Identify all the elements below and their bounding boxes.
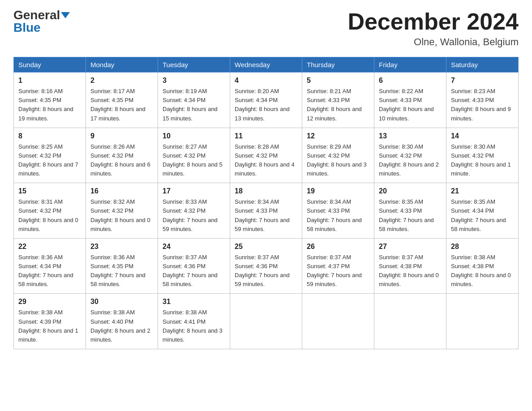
location-title: Olne, Wallonia, Belgium bbox=[348, 36, 519, 48]
day-number: 15 bbox=[18, 186, 81, 197]
weekday-header-sunday: Sunday bbox=[14, 57, 86, 73]
calendar-cell: 22Sunrise: 8:36 AMSunset: 4:34 PMDayligh… bbox=[14, 238, 86, 294]
calendar-cell bbox=[230, 294, 302, 349]
day-number: 8 bbox=[18, 131, 81, 141]
day-number: 16 bbox=[90, 186, 153, 197]
day-info: Sunrise: 8:20 AMSunset: 4:34 PMDaylight:… bbox=[235, 88, 290, 121]
day-info: Sunrise: 8:30 AMSunset: 4:32 PMDaylight:… bbox=[451, 143, 511, 177]
calendar-cell: 4Sunrise: 8:20 AMSunset: 4:34 PMDaylight… bbox=[230, 73, 302, 128]
calendar-table: SundayMondayTuesdayWednesdayThursdayFrid… bbox=[13, 57, 519, 349]
calendar-cell: 13Sunrise: 8:30 AMSunset: 4:32 PMDayligh… bbox=[374, 128, 446, 183]
weekday-header-monday: Monday bbox=[86, 57, 158, 73]
day-number: 27 bbox=[379, 241, 442, 252]
day-number: 7 bbox=[451, 75, 514, 86]
calendar-cell: 10Sunrise: 8:27 AMSunset: 4:32 PMDayligh… bbox=[158, 128, 230, 183]
month-title: December 2024 bbox=[348, 9, 519, 34]
logo-general: General bbox=[13, 9, 60, 21]
day-number: 20 bbox=[379, 186, 442, 197]
calendar-cell: 27Sunrise: 8:37 AMSunset: 4:38 PMDayligh… bbox=[374, 238, 446, 294]
day-info: Sunrise: 8:36 AMSunset: 4:35 PMDaylight:… bbox=[90, 254, 146, 287]
day-info: Sunrise: 8:25 AMSunset: 4:32 PMDaylight:… bbox=[18, 143, 78, 177]
day-info: Sunrise: 8:38 AMSunset: 4:39 PMDaylight:… bbox=[18, 309, 78, 342]
calendar-cell: 2Sunrise: 8:17 AMSunset: 4:35 PMDaylight… bbox=[86, 73, 158, 128]
day-number: 28 bbox=[451, 241, 514, 252]
calendar-cell: 15Sunrise: 8:31 AMSunset: 4:32 PMDayligh… bbox=[14, 183, 86, 239]
calendar-cell: 16Sunrise: 8:32 AMSunset: 4:32 PMDayligh… bbox=[86, 183, 158, 239]
calendar-cell: 29Sunrise: 8:38 AMSunset: 4:39 PMDayligh… bbox=[14, 294, 86, 349]
calendar-cell: 11Sunrise: 8:28 AMSunset: 4:32 PMDayligh… bbox=[230, 128, 302, 183]
calendar-cell: 23Sunrise: 8:36 AMSunset: 4:35 PMDayligh… bbox=[86, 238, 158, 294]
day-number: 17 bbox=[163, 186, 225, 197]
day-number: 18 bbox=[235, 186, 297, 197]
weekday-header-row: SundayMondayTuesdayWednesdayThursdayFrid… bbox=[14, 57, 519, 73]
calendar-week-row: 8Sunrise: 8:25 AMSunset: 4:32 PMDaylight… bbox=[14, 128, 519, 183]
calendar-cell: 1Sunrise: 8:16 AMSunset: 4:35 PMDaylight… bbox=[14, 73, 86, 128]
calendar-cell: 17Sunrise: 8:33 AMSunset: 4:32 PMDayligh… bbox=[158, 183, 230, 239]
weekday-header-thursday: Thursday bbox=[302, 57, 374, 73]
calendar-cell bbox=[374, 294, 446, 349]
weekday-header-wednesday: Wednesday bbox=[230, 57, 302, 73]
day-number: 31 bbox=[163, 296, 225, 307]
calendar-cell: 9Sunrise: 8:26 AMSunset: 4:32 PMDaylight… bbox=[86, 128, 158, 183]
day-number: 2 bbox=[90, 75, 153, 86]
calendar-cell: 30Sunrise: 8:38 AMSunset: 4:40 PMDayligh… bbox=[86, 294, 158, 349]
calendar-cell: 28Sunrise: 8:38 AMSunset: 4:38 PMDayligh… bbox=[446, 238, 519, 294]
logo-blue: Blue bbox=[13, 21, 41, 34]
day-number: 22 bbox=[18, 241, 81, 252]
day-info: Sunrise: 8:36 AMSunset: 4:34 PMDaylight:… bbox=[18, 254, 73, 287]
calendar-cell: 7Sunrise: 8:23 AMSunset: 4:33 PMDaylight… bbox=[446, 73, 519, 128]
day-info: Sunrise: 8:19 AMSunset: 4:34 PMDaylight:… bbox=[163, 88, 218, 121]
day-number: 30 bbox=[90, 296, 153, 307]
day-info: Sunrise: 8:35 AMSunset: 4:33 PMDaylight:… bbox=[379, 198, 434, 232]
day-number: 19 bbox=[307, 186, 369, 197]
day-info: Sunrise: 8:38 AMSunset: 4:40 PMDaylight:… bbox=[90, 309, 150, 342]
day-number: 24 bbox=[163, 241, 225, 252]
day-info: Sunrise: 8:35 AMSunset: 4:34 PMDaylight:… bbox=[451, 198, 506, 232]
calendar-cell: 31Sunrise: 8:38 AMSunset: 4:41 PMDayligh… bbox=[158, 294, 230, 349]
calendar-cell: 24Sunrise: 8:37 AMSunset: 4:36 PMDayligh… bbox=[158, 238, 230, 294]
day-info: Sunrise: 8:38 AMSunset: 4:38 PMDaylight:… bbox=[451, 254, 511, 287]
calendar-cell bbox=[446, 294, 519, 349]
weekday-header-tuesday: Tuesday bbox=[158, 57, 230, 73]
day-number: 10 bbox=[163, 131, 225, 141]
day-number: 23 bbox=[90, 241, 153, 252]
day-info: Sunrise: 8:21 AMSunset: 4:33 PMDaylight:… bbox=[307, 88, 362, 121]
day-number: 13 bbox=[379, 131, 442, 141]
calendar-week-row: 15Sunrise: 8:31 AMSunset: 4:32 PMDayligh… bbox=[14, 183, 519, 239]
day-info: Sunrise: 8:30 AMSunset: 4:32 PMDaylight:… bbox=[379, 143, 439, 177]
calendar-cell: 3Sunrise: 8:19 AMSunset: 4:34 PMDaylight… bbox=[158, 73, 230, 128]
day-info: Sunrise: 8:34 AMSunset: 4:33 PMDaylight:… bbox=[307, 198, 362, 232]
day-info: Sunrise: 8:32 AMSunset: 4:32 PMDaylight:… bbox=[90, 198, 150, 232]
calendar-cell: 20Sunrise: 8:35 AMSunset: 4:33 PMDayligh… bbox=[374, 183, 446, 239]
day-number: 14 bbox=[451, 131, 514, 141]
title-section: December 2024 Olne, Wallonia, Belgium bbox=[348, 9, 519, 48]
day-info: Sunrise: 8:23 AMSunset: 4:33 PMDaylight:… bbox=[451, 88, 511, 121]
day-info: Sunrise: 8:37 AMSunset: 4:36 PMDaylight:… bbox=[235, 254, 290, 287]
day-info: Sunrise: 8:27 AMSunset: 4:32 PMDaylight:… bbox=[163, 143, 223, 177]
weekday-header-friday: Friday bbox=[374, 57, 446, 73]
day-number: 3 bbox=[163, 75, 225, 86]
day-info: Sunrise: 8:17 AMSunset: 4:35 PMDaylight:… bbox=[90, 88, 146, 121]
day-number: 4 bbox=[235, 75, 297, 86]
day-number: 21 bbox=[451, 186, 514, 197]
calendar-cell: 6Sunrise: 8:22 AMSunset: 4:33 PMDaylight… bbox=[374, 73, 446, 128]
day-number: 29 bbox=[18, 296, 81, 307]
calendar-week-row: 1Sunrise: 8:16 AMSunset: 4:35 PMDaylight… bbox=[14, 73, 519, 128]
calendar-week-row: 29Sunrise: 8:38 AMSunset: 4:39 PMDayligh… bbox=[14, 294, 519, 349]
weekday-header-saturday: Saturday bbox=[446, 57, 519, 73]
day-number: 12 bbox=[307, 131, 369, 141]
calendar-cell: 12Sunrise: 8:29 AMSunset: 4:32 PMDayligh… bbox=[302, 128, 374, 183]
day-info: Sunrise: 8:31 AMSunset: 4:32 PMDaylight:… bbox=[18, 198, 78, 232]
day-info: Sunrise: 8:37 AMSunset: 4:36 PMDaylight:… bbox=[163, 254, 218, 287]
day-number: 26 bbox=[307, 241, 369, 252]
calendar-cell: 14Sunrise: 8:30 AMSunset: 4:32 PMDayligh… bbox=[446, 128, 519, 183]
day-info: Sunrise: 8:33 AMSunset: 4:32 PMDaylight:… bbox=[163, 198, 218, 232]
day-number: 11 bbox=[235, 131, 297, 141]
day-number: 6 bbox=[379, 75, 442, 86]
calendar-cell bbox=[302, 294, 374, 349]
calendar-cell: 5Sunrise: 8:21 AMSunset: 4:33 PMDaylight… bbox=[302, 73, 374, 128]
calendar-cell: 26Sunrise: 8:37 AMSunset: 4:37 PMDayligh… bbox=[302, 238, 374, 294]
logo-triangle-icon bbox=[61, 12, 70, 18]
day-number: 5 bbox=[307, 75, 369, 86]
day-info: Sunrise: 8:37 AMSunset: 4:38 PMDaylight:… bbox=[379, 254, 439, 287]
